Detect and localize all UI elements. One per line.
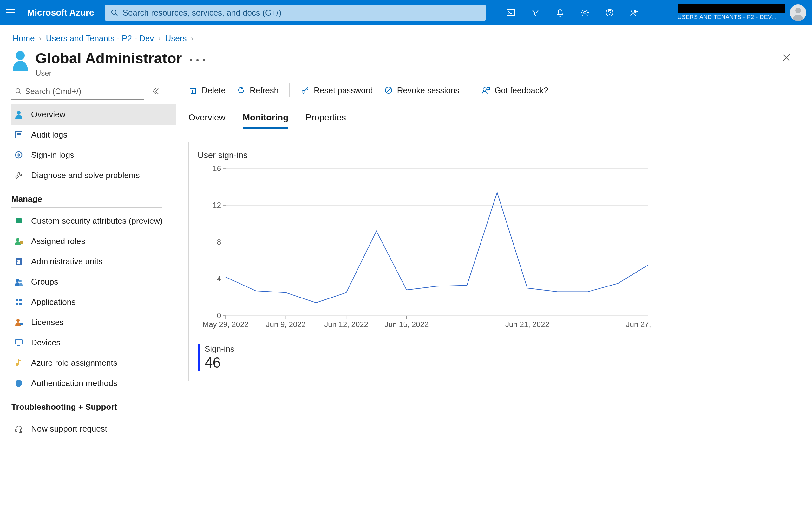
got-feedback-button[interactable]: Got feedback? (481, 86, 548, 95)
sidebar-item-authentication-methods[interactable]: Authentication methods (11, 373, 176, 393)
sidebar-item-assigned-roles[interactable]: Assigned roles (11, 231, 176, 251)
sidebar-item-label: Custom security attributes (preview) (31, 216, 163, 226)
main-pane: Delete Refresh Reset password Revoke ses… (176, 83, 812, 439)
tab-properties[interactable]: Properties (305, 112, 346, 129)
svg-rect-21 (16, 220, 19, 220)
breadcrumb-home[interactable]: Home (13, 34, 35, 43)
global-search-placeholder: Search resources, services, and docs (G+… (123, 8, 282, 18)
sidebar-item-applications[interactable]: Applications (11, 292, 176, 312)
close-blade-button[interactable] (778, 50, 794, 67)
breadcrumb-tenant[interactable]: Users and Tenants - P2 - Dev (46, 34, 154, 43)
tenant-name: USERS AND TENANTS - P2 - DEV... (677, 14, 777, 21)
svg-rect-41 (15, 429, 17, 432)
sidebar-item-overview[interactable]: Overview (11, 104, 176, 124)
sidebar-section-manage: Manage (11, 185, 162, 208)
svg-line-1 (115, 14, 117, 15)
svg-rect-40 (19, 360, 21, 361)
tab-monitoring[interactable]: Monitoring (243, 112, 289, 129)
chart[interactable]: 0481216May 29, 2022Jun 9, 2022Jun 12, 20… (201, 164, 651, 335)
person-icon (13, 108, 25, 120)
sidebar-item-audit-logs[interactable]: Audit logs (11, 124, 176, 145)
sidebar-item-label: Sign-in logs (31, 150, 74, 160)
svg-point-14 (17, 111, 20, 115)
feedback-top-button[interactable] (622, 0, 647, 25)
svg-text:Jun 15, 2022: Jun 15, 2022 (385, 320, 428, 329)
svg-text:4: 4 (217, 274, 221, 283)
sidebar-item-licenses[interactable]: Licenses (11, 312, 176, 332)
refresh-icon (236, 86, 246, 95)
menu-toggle[interactable] (6, 5, 20, 20)
sidebar-item-label: Assigned roles (31, 236, 85, 246)
apps-grid-icon (13, 296, 25, 308)
svg-point-53 (483, 88, 486, 91)
sidebar-item-devices[interactable]: Devices (11, 332, 176, 353)
svg-point-26 (17, 260, 20, 262)
sidebar-item-label: New support request (31, 424, 107, 434)
feedback-icon (481, 86, 491, 95)
breadcrumb-users[interactable]: Users (165, 34, 187, 43)
sidebar-search[interactable]: Search (Cmd+/) (11, 83, 144, 100)
directories-button[interactable] (523, 0, 548, 25)
svg-rect-37 (17, 345, 20, 346)
chevron-double-left-icon (151, 87, 160, 96)
tab-overview[interactable]: Overview (189, 112, 225, 129)
tenant-block[interactable]: USERS AND TENANTS - P2 - DEV... (677, 4, 806, 21)
admin-unit-icon (13, 256, 25, 268)
sidebar-item-label: Licenses (31, 318, 64, 327)
help-button[interactable] (597, 0, 622, 25)
delete-button[interactable]: Delete (189, 86, 225, 95)
sidebar-item-label: Audit logs (31, 130, 67, 140)
wrench-icon (13, 169, 25, 181)
svg-text:Jun 21, 2022: Jun 21, 2022 (505, 320, 549, 329)
page-subtitle: User (36, 69, 206, 78)
svg-point-6 (609, 14, 610, 15)
sidebar-item-custom-security-attributes-preview[interactable]: Custom security attributes (preview) (11, 211, 176, 231)
svg-point-7 (631, 10, 635, 13)
avatar[interactable] (790, 4, 806, 21)
svg-point-23 (16, 238, 19, 241)
svg-text:May 29, 2022: May 29, 2022 (202, 320, 248, 329)
sidebar-item-label: Diagnose and solve problems (31, 170, 140, 180)
chart-title: User sign-ins (198, 151, 655, 160)
svg-point-0 (112, 10, 116, 14)
settings-button[interactable] (572, 0, 597, 25)
sidebar-item-administrative-units[interactable]: Administrative units (11, 251, 176, 272)
svg-line-52 (386, 88, 391, 93)
svg-text:12: 12 (212, 201, 221, 210)
notifications-button[interactable] (548, 0, 572, 25)
sidebar-item-sign-in-logs[interactable]: Sign-in logs (11, 145, 176, 165)
sidebar: Search (Cmd+/) OverviewAudit logsSign-in… (11, 83, 176, 439)
command-bar: Delete Refresh Reset password Revoke ses… (189, 83, 793, 104)
svg-rect-35 (20, 323, 22, 325)
global-search[interactable]: Search resources, services, and docs (G+… (105, 5, 486, 20)
search-icon (111, 9, 118, 16)
svg-rect-32 (15, 302, 18, 305)
svg-point-8 (795, 8, 801, 13)
sidebar-item-azure-role-assignments[interactable]: Azure role assignments (11, 353, 176, 373)
sidebar-item-label: Azure role assignments (31, 358, 117, 368)
badge-icon (13, 215, 25, 227)
sidebar-item-groups[interactable]: Groups (11, 272, 176, 292)
collapse-sidebar-button[interactable] (150, 86, 161, 97)
sidebar-item-label: Devices (31, 338, 60, 348)
svg-text:8: 8 (217, 238, 221, 246)
revoke-sessions-button[interactable]: Revoke sessions (384, 86, 460, 95)
chart-summary: Sign-ins 46 (198, 344, 655, 371)
svg-point-9 (16, 51, 25, 60)
trash-icon (189, 86, 198, 95)
svg-point-34 (16, 319, 20, 322)
refresh-button[interactable]: Refresh (236, 86, 278, 95)
separator (289, 83, 290, 97)
cloud-shell-icon (506, 8, 515, 17)
more-actions-button[interactable]: • • • (190, 52, 206, 65)
chevron-right-icon: › (158, 35, 160, 43)
separator (470, 83, 470, 97)
reset-password-button[interactable]: Reset password (300, 86, 373, 95)
svg-line-50 (307, 89, 308, 90)
list-icon (13, 129, 25, 141)
cloud-shell-button[interactable] (498, 0, 523, 25)
sidebar-item-diagnose-and-solve-problems[interactable]: Diagnose and solve problems (11, 165, 176, 185)
sidebar-item-new-support-request[interactable]: New support request (11, 418, 176, 439)
svg-rect-36 (15, 340, 22, 344)
user-icon (11, 50, 30, 71)
